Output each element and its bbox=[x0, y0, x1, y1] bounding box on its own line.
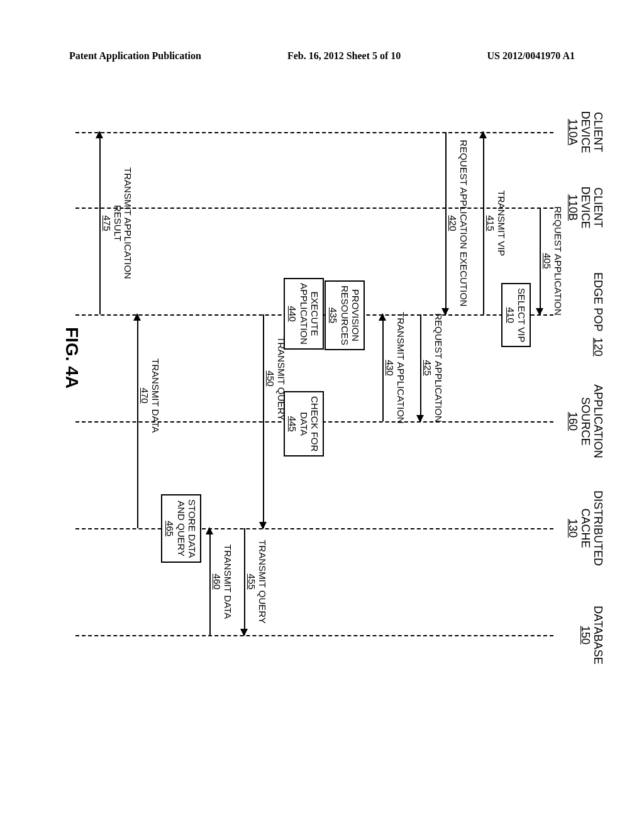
arrow-label: TRANSMIT DATA 460 bbox=[212, 545, 233, 619]
lifeline-ref-num: 110A bbox=[567, 119, 579, 145]
arrow-label: REQUEST APPLICATION 425 bbox=[423, 313, 443, 423]
arrow-455: TRANSMIT QUERY 455 bbox=[244, 528, 245, 635]
lifeline-head-edge-pop: EDGE POP 120 bbox=[591, 272, 604, 357]
arrow-460: TRANSMIT DATA 460 bbox=[209, 528, 211, 635]
step-text: PROVISION bbox=[350, 289, 361, 341]
step-text: TRANSMIT QUERY bbox=[276, 336, 287, 421]
arrow-415: TRANSMIT VIP 415 bbox=[483, 132, 484, 314]
step-num: 440 bbox=[288, 306, 299, 322]
lifeline-label: DISTRIBUTED bbox=[592, 490, 604, 566]
step-text: RESOURCES bbox=[340, 285, 350, 345]
arrow-label: REQUEST APPLICATION EXECUTION 420 bbox=[448, 140, 469, 306]
step-text: TRANSMIT APPLICATION bbox=[396, 312, 406, 424]
lifeline-head-dist-cache: DISTRIBUTED CACHE 130 bbox=[567, 490, 604, 566]
header-left: Patent Application Publication bbox=[69, 50, 201, 62]
step-num: 460 bbox=[213, 573, 223, 589]
arrow-label: TRANSMIT APPLICATION RESULT 475 bbox=[102, 167, 133, 279]
step-text: TRANSMIT VIP bbox=[496, 191, 507, 257]
lifeline-ref-num: 130 bbox=[567, 519, 579, 538]
lifeline-head-client-a: CLIENT DEVICE 110A bbox=[567, 111, 604, 153]
step-text: TRANSMIT DATA bbox=[223, 545, 233, 619]
header-right: US 2012/0041970 A1 bbox=[487, 50, 575, 62]
step-num: 430 bbox=[386, 360, 396, 375]
diagram-wrapper: CLIENT DEVICE 110A CLIENT DEVICE 110B ED… bbox=[75, 113, 553, 679]
step-num: 435 bbox=[329, 307, 340, 323]
step-num: 425 bbox=[423, 360, 434, 375]
step-num: 405 bbox=[543, 253, 553, 268]
step-text: DATA bbox=[299, 412, 309, 436]
step-text: EXECUTE bbox=[309, 292, 320, 336]
lifeline-head-database: DATABASE 150 bbox=[579, 606, 604, 664]
arrow-label: TRANSMIT APPLICATION 430 bbox=[385, 312, 406, 424]
arrow-425: REQUEST APPLICATION 425 bbox=[420, 314, 421, 421]
arrow-420: REQUEST APPLICATION EXECUTION 420 bbox=[445, 132, 447, 314]
box-465: STORE DATA AND QUERY 465 bbox=[161, 494, 201, 563]
lifeline-head-client-b: CLIENT DEVICE 110B bbox=[567, 186, 604, 228]
step-text: RESULT bbox=[113, 205, 123, 241]
step-num: 465 bbox=[165, 521, 176, 536]
step-text: SELECT VIP bbox=[516, 288, 527, 342]
step-num: 470 bbox=[140, 388, 151, 404]
arrow-label: TRANSMIT QUERY 455 bbox=[247, 540, 267, 624]
lifeline-line bbox=[75, 635, 553, 636]
lifeline-ref-num: 150 bbox=[579, 626, 592, 645]
step-num: 455 bbox=[247, 573, 258, 589]
box-410: SELECT VIP 410 bbox=[502, 283, 531, 347]
figure-label: FIG. 4A bbox=[62, 327, 82, 389]
lifeline-label: DATABASE bbox=[592, 606, 604, 664]
lifeline-ref-num: 120 bbox=[592, 338, 604, 357]
box-440: EXECUTE APPLICATION 440 bbox=[284, 278, 324, 350]
lifeline-ref-num: 110B bbox=[567, 194, 579, 221]
lifeline-line bbox=[75, 528, 553, 529]
sequence-diagram: CLIENT DEVICE 110A CLIENT DEVICE 110B ED… bbox=[75, 113, 553, 679]
step-num: 410 bbox=[506, 307, 516, 323]
step-num: 475 bbox=[103, 215, 113, 231]
step-text: STORE DATA bbox=[187, 499, 197, 558]
step-text: CHECK FOR bbox=[309, 396, 320, 451]
page-header: Patent Application Publication Feb. 16, … bbox=[0, 50, 644, 62]
arrow-430: TRANSMIT APPLICATION 430 bbox=[382, 314, 384, 421]
lifeline-label: SOURCE bbox=[579, 397, 592, 445]
arrow-450: TRANSMIT QUERY 450 bbox=[263, 314, 264, 528]
step-num: 420 bbox=[448, 215, 459, 231]
step-text: APPLICATION bbox=[299, 283, 309, 345]
arrow-label: TRANSMIT VIP 415 bbox=[486, 191, 506, 257]
lifeline-label: DEVICE bbox=[579, 186, 592, 228]
step-text: AND QUERY bbox=[176, 501, 187, 556]
arrow-label: TRANSMIT QUERY 450 bbox=[265, 336, 286, 421]
box-435: PROVISION RESOURCES 435 bbox=[325, 280, 365, 350]
lifeline-label: CLIENT bbox=[592, 187, 604, 228]
arrow-405: REQUEST APPLICATION 405 bbox=[540, 208, 541, 314]
step-text: TRANSMIT APPLICATION bbox=[123, 167, 134, 279]
lifeline-label: CACHE bbox=[579, 508, 592, 548]
lifeline-ref-num: 160 bbox=[567, 412, 579, 431]
step-text: TRANSMIT QUERY bbox=[257, 540, 268, 624]
arrow-label: REQUEST APPLICATION 405 bbox=[542, 206, 563, 316]
arrow-475: TRANSMIT APPLICATION RESULT 475 bbox=[99, 132, 101, 314]
lifeline-head-app-source: APPLICATION SOURCE 160 bbox=[567, 384, 604, 458]
lifeline-label: APPLICATION bbox=[592, 384, 604, 458]
lifeline-line bbox=[75, 208, 553, 209]
arrow-470: TRANSMIT DATA 470 bbox=[137, 314, 138, 528]
step-num: 450 bbox=[266, 370, 277, 386]
header-center: Feb. 16, 2012 Sheet 5 of 10 bbox=[287, 50, 401, 62]
lifeline-label: CLIENT bbox=[592, 112, 604, 152]
box-445: CHECK FOR DATA 445 bbox=[284, 391, 324, 456]
step-text: REQUEST APPLICATION bbox=[553, 206, 564, 316]
step-num: 415 bbox=[486, 215, 497, 231]
step-text: REQUEST APPLICATION EXECUTION bbox=[458, 140, 469, 306]
step-text: TRANSMIT DATA bbox=[150, 358, 161, 433]
arrow-label: TRANSMIT DATA 470 bbox=[140, 358, 160, 433]
step-text: REQUEST APPLICATION bbox=[433, 313, 444, 423]
step-num: 445 bbox=[288, 416, 299, 432]
lifeline-label: DEVICE bbox=[579, 111, 592, 153]
lifeline-label: EDGE POP bbox=[592, 272, 604, 331]
